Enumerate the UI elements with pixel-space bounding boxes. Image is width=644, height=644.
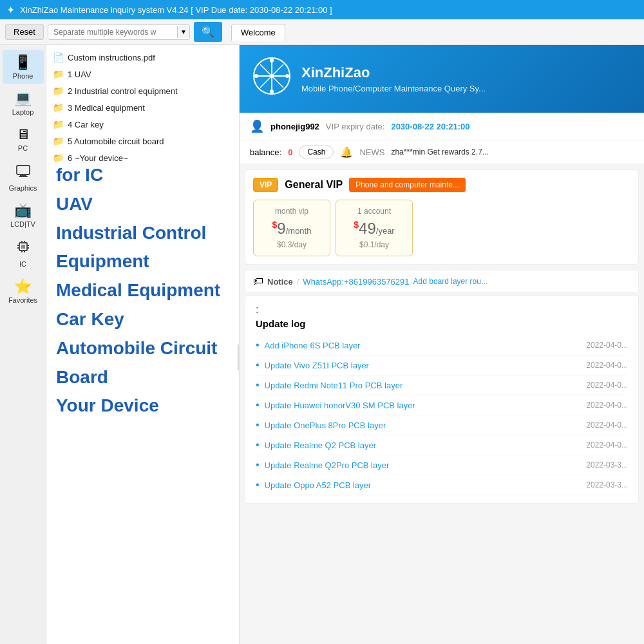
update-item-date-7: 2022-03-3...: [586, 480, 628, 489]
update-item-text-7[interactable]: Update Oppo A52 PCB layer: [265, 480, 587, 490]
update-item-text-3[interactable]: Update Huawei honorV30 SM PCB layer: [265, 401, 587, 410]
sidebar-item-laptop[interactable]: 💻 Laptop: [3, 86, 44, 120]
vip-date-value: 2030-08-22 20:21:00: [391, 122, 469, 131]
svg-point-18: [270, 59, 274, 62]
overlay-line-auto: Automobile Circuit Board: [56, 334, 239, 392]
search-dropdown-arrow[interactable]: ▼: [177, 26, 189, 38]
vip-plan-month[interactable]: month vip $9/month $0.3/day: [253, 200, 330, 256]
svg-rect-1: [20, 175, 26, 176]
update-item-text-1[interactable]: Update Vivo Z51I PCB layer: [265, 361, 587, 370]
update-item-date-2: 2022-04-0...: [586, 381, 628, 390]
laptop-icon: 💻: [14, 90, 32, 107]
graphics-icon: [15, 162, 32, 183]
folder-icon-industrial: 📁: [53, 86, 64, 96]
svg-rect-9: [24, 241, 25, 243]
tree-item-automobile[interactable]: 📁 5 Automobile circuit board: [46, 133, 239, 149]
folder-icon-carkey: 📁: [53, 119, 64, 129]
update-item-text-5[interactable]: Update Realme Q2 PCB layer: [265, 440, 587, 450]
welcome-tab[interactable]: Welcome: [231, 24, 285, 41]
folder-icon-automobile: 📁: [53, 136, 64, 146]
update-dot-icon: •: [256, 399, 260, 411]
vip-plan-year[interactable]: 1 account $49/year $0.1/day: [336, 200, 413, 256]
update-item-text-6[interactable]: Update Realme Q2Pro PCB layer: [265, 460, 587, 470]
vip-promo-button[interactable]: Phone and computer mainte...: [349, 178, 466, 192]
update-dot-icon: •: [256, 419, 260, 431]
tree-item-label: 3 Medical equipment: [68, 103, 145, 113]
update-dot-icon: •: [256, 479, 260, 491]
overlay-line-medical: Medical Equipment: [56, 276, 239, 305]
sidebar-label-laptop: Laptop: [12, 108, 34, 116]
pc-icon: 🖥: [16, 126, 30, 143]
notice-update-text[interactable]: Add board layer rou...: [413, 277, 488, 286]
sidebar-label-ic: IC: [19, 260, 26, 268]
notice-divider: /: [297, 277, 299, 287]
tree-item-pdf[interactable]: 📄 Custom instructions.pdf: [46, 49, 239, 66]
sidebar-item-graphics[interactable]: Graphics: [3, 158, 44, 196]
bell-icon: 🔔: [340, 146, 353, 158]
vip-section: VIP General VIP Phone and computer maint…: [245, 169, 639, 265]
notice-bar: 🏷 Notice / WhatsApp:+8619963576291 Add b…: [245, 270, 639, 293]
xzz-logo-icon: [252, 57, 291, 101]
svg-point-21: [285, 74, 289, 78]
overlay-line-yourdevice: Your Device: [56, 392, 239, 421]
update-item-text-0[interactable]: Add iPhone 6S PCB layer: [265, 341, 587, 350]
sidebar-label-phone: Phone: [13, 72, 33, 80]
update-item-text-2[interactable]: Update Redmi Note11 Pro PCB layer: [265, 381, 587, 390]
update-dot-icon: •: [256, 459, 260, 471]
update-item-5: • Update Realme Q2 PCB layer 2022-04-0..…: [256, 435, 628, 455]
svg-rect-5: [17, 247, 19, 249]
lcdtv-icon: 📺: [14, 202, 32, 219]
tree-item-yourdevice[interactable]: 📁 6 ~Your device~: [46, 149, 239, 166]
xzz-header: XinZhiZao Mobile Phone/Computer Maintena…: [240, 45, 644, 113]
update-dot-icon: •: [256, 339, 260, 351]
sidebar-icons: 📱 Phone 💻 Laptop 🖥 PC Graphics 📺 LCD|TV: [0, 45, 46, 644]
sidebar-item-phone[interactable]: 📱 Phone: [3, 50, 44, 84]
update-item-date-6: 2022-03-3...: [586, 460, 628, 469]
vip-header: VIP General VIP Phone and computer maint…: [253, 178, 630, 192]
plan-month-price: $9/month: [264, 220, 319, 238]
reset-button[interactable]: Reset: [5, 24, 44, 40]
folder-icon-medical: 📁: [53, 102, 64, 113]
update-item-text-4[interactable]: Update OnePlus 8Pro PCB layer: [265, 421, 587, 430]
sidebar-item-pc[interactable]: 🖥 PC: [3, 122, 44, 156]
balance-value: 0: [288, 147, 292, 157]
plan-year-perday: $0.1/day: [346, 240, 402, 249]
tree-item-label: 5 Automobile circuit board: [68, 137, 164, 146]
update-colon: :: [256, 304, 628, 316]
plan-year-name: 1 account: [346, 207, 402, 216]
tree-item-carkey[interactable]: 📁 4 Car key: [46, 116, 239, 133]
sidebar-item-favorites[interactable]: ⭐ Favorites: [3, 274, 44, 308]
plan-month-name: month vip: [264, 207, 319, 216]
update-item-6: • Update Realme Q2Pro PCB layer 2022-03-…: [256, 455, 628, 475]
search-input[interactable]: [48, 25, 177, 39]
svg-rect-0: [17, 166, 30, 175]
cash-button[interactable]: Cash: [299, 146, 334, 158]
vip-badge: VIP: [253, 178, 278, 192]
sidebar-item-lcdtv[interactable]: 📺 LCD|TV: [3, 198, 44, 232]
tree-item-label: 1 UAV: [68, 70, 91, 79]
sidebar-item-ic[interactable]: IC: [3, 234, 44, 272]
tree-item-uav[interactable]: 📁 1 UAV: [46, 66, 239, 82]
sidebar-label-lcdtv: LCD|TV: [10, 220, 35, 228]
folder-icon-uav: 📁: [53, 69, 64, 79]
update-item-2: • Update Redmi Note11 Pro PCB layer 2022…: [256, 375, 628, 395]
update-item-date-1: 2022-04-0...: [586, 361, 628, 370]
tree-item-industrial[interactable]: 📁 2 Industrial control equipment: [46, 82, 239, 99]
tree-item-medical[interactable]: 📁 3 Medical equipment: [46, 99, 239, 116]
content-panel: XinZhiZao Mobile Phone/Computer Maintena…: [240, 45, 644, 644]
collapse-panel-button[interactable]: ◀: [238, 345, 240, 370]
svg-rect-6: [27, 245, 29, 246]
tree-item-label: 6 ~Your device~: [68, 153, 128, 163]
username-label: phonejig992: [270, 122, 319, 131]
update-dot-icon: •: [256, 439, 260, 451]
svg-point-20: [254, 74, 258, 78]
update-item-3: • Update Huawei honorV30 SM PCB layer 20…: [256, 395, 628, 415]
xzz-title: XinZhiZao: [301, 64, 486, 81]
update-item-date-3: 2022-04-0...: [586, 401, 628, 410]
whatsapp-link[interactable]: WhatsApp:+8619963576291: [303, 277, 409, 287]
svg-rect-12: [21, 245, 25, 249]
svg-rect-2: [19, 176, 28, 177]
vip-title: General VIP: [285, 179, 343, 191]
search-button[interactable]: 🔍: [194, 22, 222, 42]
update-log-title: Update log: [256, 318, 628, 329]
